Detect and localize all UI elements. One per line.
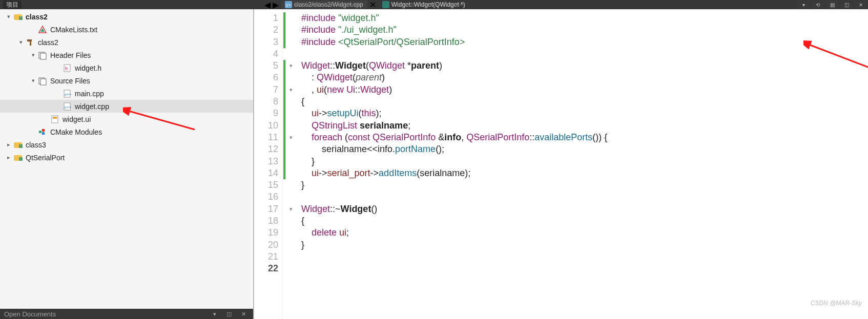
annotation-arrow-icon: [123, 107, 200, 132]
nav-fwd-icon[interactable]: ▶: [273, 0, 279, 10]
chevron-down-icon[interactable]: ▾: [30, 77, 37, 84]
tree-label: class2: [38, 38, 58, 47]
code-line[interactable]: : QWidget(parent): [301, 72, 868, 83]
code-line[interactable]: #include "widget.h": [301, 12, 868, 24]
code-line[interactable]: ui->serial_port->addItems(serialname);: [301, 167, 868, 179]
code-line[interactable]: foreach (const QSerialPortInfo &info, QS…: [301, 132, 868, 143]
tree-label: class3: [26, 141, 46, 149]
code-line[interactable]: }: [301, 239, 868, 251]
svg-text:c++: c++: [286, 3, 292, 8]
code-line[interactable]: Widget::Widget(QWidget *parent): [301, 60, 868, 72]
project-folder-icon: [13, 140, 23, 150]
tree-item-qtserialport[interactable]: ▸ QtSerialPort: [0, 151, 253, 164]
cmake-file-icon: [38, 25, 47, 34]
close-tab-icon[interactable]: ✕: [369, 0, 376, 10]
folder-group-icon: [38, 51, 47, 60]
tree-item-widget-h[interactable]: h widget.h: [0, 61, 253, 74]
active-file-tab[interactable]: c++ class2/class2/Widget.cpp: [281, 1, 367, 9]
code-line[interactable]: Widget::~Widget(): [301, 203, 868, 215]
svg-text:c++: c++: [65, 92, 72, 97]
project-folder-icon: [13, 153, 23, 162]
tree-label: widget.ui: [63, 115, 91, 123]
chevron-down-icon[interactable]: ▾: [5, 13, 12, 20]
cpp-file-icon: c++: [285, 1, 292, 8]
project-sidebar: ▾ class2 CMakeLists.txt ▾ class2 ▾ Heade…: [0, 9, 254, 319]
code-line[interactable]: #include "./ui_widget.h": [301, 24, 868, 36]
code-line[interactable]: serialname<<info.portName();: [301, 143, 868, 155]
svg-rect-8: [30, 41, 31, 46]
svg-line-28: [127, 111, 195, 130]
code-line[interactable]: [301, 251, 868, 263]
tree-label: CMakeLists.txt: [50, 26, 97, 34]
cpp-file-icon: c++: [63, 89, 72, 98]
svg-text:c++: c++: [65, 105, 72, 110]
tree-item-header-files[interactable]: ▾ Header Files: [0, 49, 253, 61]
svg-rect-22: [42, 129, 45, 132]
code-line[interactable]: QStringList serialname;: [301, 120, 868, 132]
tree-label: widget.cpp: [75, 102, 109, 111]
code-line[interactable]: ui->setupUi(this);: [301, 108, 868, 119]
tree-label: class2: [26, 13, 48, 21]
code-line[interactable]: }: [301, 156, 868, 167]
tree-label: main.cpp: [75, 90, 104, 98]
modules-icon: [38, 127, 47, 137]
dropdown-icon[interactable]: ▾: [209, 310, 220, 318]
code-line[interactable]: [301, 48, 868, 60]
split-icon[interactable]: ◫: [223, 310, 235, 318]
tree-label: QtSerialPort: [26, 154, 65, 162]
code-line[interactable]: [301, 191, 868, 203]
svg-rect-27: [19, 157, 23, 161]
code-line[interactable]: , ui(new Ui::Widget): [301, 84, 868, 96]
open-documents-label: Open Documents: [4, 310, 56, 318]
code-line[interactable]: delete ui;: [301, 227, 868, 239]
code-line[interactable]: {: [301, 215, 868, 227]
svg-rect-21: [39, 131, 42, 133]
svg-rect-4: [19, 16, 23, 20]
symbol-nav-label: Widget::Widget(QWidget *): [391, 1, 465, 8]
svg-rect-20: [53, 117, 57, 119]
tree-item-class3[interactable]: ▸ class3: [0, 138, 253, 151]
project-folder-icon: [13, 12, 23, 22]
folder-group-icon: [38, 76, 47, 86]
ui-file-icon: [50, 115, 59, 124]
tree-label: Source Files: [50, 77, 90, 85]
h-file-icon: h: [63, 63, 72, 73]
project-tree[interactable]: ▾ class2 CMakeLists.txt ▾ class2 ▾ Heade…: [0, 9, 253, 309]
code-line[interactable]: [301, 263, 868, 274]
line-number-gutter: 12345678910111213141516171819202122: [254, 9, 283, 319]
tree-item-source-files[interactable]: ▾ Source Files: [0, 74, 253, 87]
chevron-right-icon[interactable]: ▸: [5, 154, 12, 161]
tree-label: CMake Modules: [50, 128, 102, 136]
code-content[interactable]: #include "widget.h"#include "./ui_widget…: [296, 9, 868, 319]
code-editor[interactable]: 12345678910111213141516171819202122 ▾▾▾▾…: [254, 9, 868, 319]
svg-rect-23: [42, 132, 45, 135]
watermark-label: CSDN @MAR-Sky: [811, 300, 862, 307]
cpp-file-icon: c++: [63, 102, 72, 111]
fold-column[interactable]: ▾▾▾▾: [286, 9, 296, 319]
svg-rect-14: [40, 79, 46, 85]
chevron-down-icon[interactable]: ▾: [17, 39, 25, 46]
chevron-down-icon[interactable]: ▾: [30, 52, 37, 58]
open-documents-header[interactable]: Open Documents ▾ ◫ ✕: [0, 309, 253, 319]
tree-item-main-cpp[interactable]: c++ main.cpp: [0, 87, 253, 100]
function-icon: [382, 1, 389, 8]
svg-rect-25: [19, 144, 23, 148]
tree-label: Header Files: [50, 51, 91, 59]
code-line[interactable]: }: [301, 179, 868, 191]
code-line[interactable]: #include <QtSerialPort/QSerialPortInfo>: [301, 36, 868, 48]
svg-text:h: h: [65, 66, 68, 71]
symbol-nav-tab[interactable]: Widget::Widget(QWidget *): [378, 1, 469, 8]
svg-line-29: [808, 44, 868, 76]
hammer-icon: [26, 38, 35, 47]
tree-root-class2[interactable]: ▾ class2: [0, 10, 253, 23]
svg-rect-2: [382, 1, 389, 8]
tree-item-class2-target[interactable]: ▾ class2: [0, 36, 253, 49]
close-panel-icon[interactable]: ✕: [238, 310, 249, 318]
editor-tabstrip: ◀ ▶ c++ class2/class2/Widget.cpp ✕ Widge…: [254, 0, 868, 9]
chevron-right-icon[interactable]: ▸: [5, 141, 12, 148]
code-line[interactable]: {: [301, 96, 868, 108]
tree-label: widget.h: [75, 64, 101, 72]
tree-item-cmakelists[interactable]: CMakeLists.txt: [0, 23, 253, 36]
nav-back-icon[interactable]: ◀: [264, 0, 271, 10]
active-file-label: class2/class2/Widget.cpp: [294, 1, 363, 9]
